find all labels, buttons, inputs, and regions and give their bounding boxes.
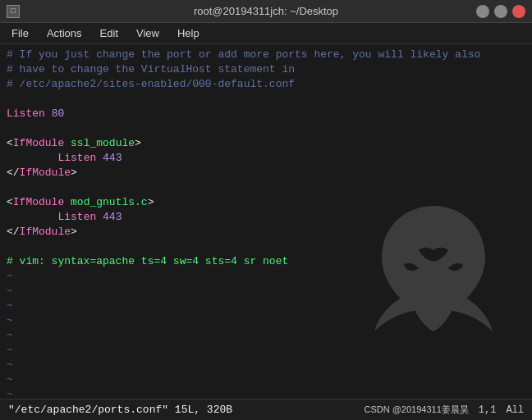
scroll-percent: All: [506, 404, 524, 416]
csdn-label: CSDN @20194311姜晨昊: [364, 404, 468, 416]
code-line: <IfModule ssl_module>: [0, 136, 532, 151]
code-line: Listen 80: [0, 107, 532, 121]
code-line: ~: [0, 372, 532, 387]
titlebar-left: □: [7, 5, 20, 18]
code-line: # /etc/apache2/sites-enabled/000-default…: [0, 77, 532, 92]
code-line: <IfModule mod_gnutls.c>: [0, 195, 532, 210]
menu-view[interactable]: View: [128, 25, 167, 41]
code-line: # If you just change the port or add mor…: [0, 48, 532, 62]
editor: # If you just change the port or add mor…: [0, 44, 532, 399]
minimize-button[interactable]: [476, 5, 489, 18]
cursor-position: 1,1: [479, 404, 497, 416]
code-line: ~: [0, 358, 532, 372]
code-line: ~: [0, 299, 532, 313]
code-line: [0, 92, 532, 107]
titlebar: □ root@20194311jch: ~/Desktop: [0, 0, 532, 23]
code-line: </IfModule>: [0, 166, 532, 180]
code-line: # vim: syntax=apache ts=4 sw=4 sts=4 sr …: [0, 254, 532, 269]
code-line: [0, 240, 532, 254]
menu-file[interactable]: File: [3, 25, 37, 41]
menu-help[interactable]: Help: [169, 25, 208, 41]
window-icon: □: [7, 5, 20, 18]
code-line: </IfModule>: [0, 225, 532, 240]
maximize-button[interactable]: [494, 5, 507, 18]
statusbar-file-info: "/etc/apache2/ports.conf" 15L, 320B: [8, 404, 232, 416]
code-line: ~: [0, 343, 532, 358]
menubar: File Actions Edit View Help: [0, 23, 532, 44]
code-line: ~: [0, 269, 532, 284]
statusbar: "/etc/apache2/ports.conf" 15L, 320B CSDN…: [0, 399, 532, 420]
code-line: Listen 443: [0, 210, 532, 225]
code-line: ~: [0, 313, 532, 328]
titlebar-buttons: [476, 5, 525, 18]
code-container: # If you just change the port or add mor…: [0, 48, 532, 399]
code-line: [0, 180, 532, 195]
code-line: Listen 443: [0, 151, 532, 166]
code-line: ~: [0, 284, 532, 299]
code-line: [0, 121, 532, 136]
code-line: ~: [0, 328, 532, 343]
statusbar-right: CSDN @20194311姜晨昊 1,1 All: [364, 404, 524, 416]
close-button[interactable]: [512, 5, 525, 18]
menu-edit[interactable]: Edit: [92, 25, 126, 41]
code-line: ~: [0, 387, 532, 399]
titlebar-title: root@20194311jch: ~/Desktop: [194, 5, 338, 17]
menu-actions[interactable]: Actions: [39, 25, 90, 41]
code-line: # have to change the VirtualHost stateme…: [0, 62, 532, 77]
